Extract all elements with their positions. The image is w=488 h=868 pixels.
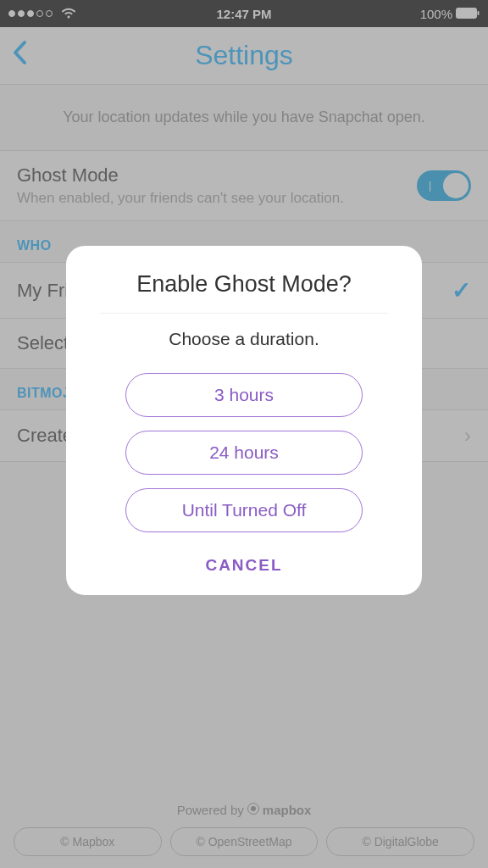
modal-title: Enable Ghost Mode? [100, 271, 388, 314]
modal-overlay[interactable]: Enable Ghost Mode? Choose a duration. 3 … [0, 0, 488, 868]
modal-subtitle: Choose a duration. [92, 329, 396, 349]
duration-until-off-button[interactable]: Until Turned Off [125, 488, 363, 532]
cancel-button[interactable]: CANCEL [205, 556, 282, 575]
duration-24-hours-button[interactable]: 24 hours [125, 431, 363, 475]
duration-3-hours-button[interactable]: 3 hours [125, 373, 363, 417]
ghost-mode-modal: Enable Ghost Mode? Choose a duration. 3 … [66, 246, 422, 595]
